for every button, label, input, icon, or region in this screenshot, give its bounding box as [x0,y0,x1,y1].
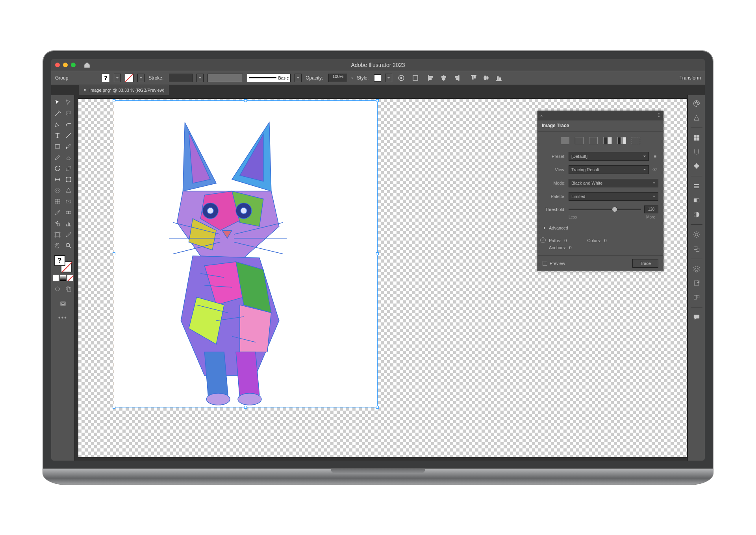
align-left-button[interactable] [426,73,436,83]
comments-panel-button[interactable] [692,313,701,322]
preset-select[interactable]: [Default] [569,152,649,161]
preset-low[interactable] [589,137,598,144]
paintbrush-tool[interactable] [63,141,74,152]
appearance-panel-button[interactable] [692,230,701,239]
align-bottom-button[interactable] [494,73,504,83]
canvas[interactable]: × ⠿ Image Trace [78,98,687,457]
magic-wand-tool[interactable] [52,108,63,119]
type-tool[interactable] [52,130,63,141]
slice-tool[interactable] [63,229,74,240]
align-right-button[interactable] [451,73,461,83]
align-to-button[interactable] [410,73,421,83]
preset-3color[interactable] [603,137,612,144]
width-tool[interactable] [52,174,63,185]
screen-mode-button[interactable] [57,298,69,309]
close-panel-button[interactable]: × [540,113,543,118]
edit-toolbar-button[interactable]: ••• [58,314,67,321]
brushes-panel-button[interactable] [692,148,701,156]
selection-tool[interactable] [52,97,63,108]
curvature-tool[interactable] [63,119,74,130]
preset-menu-button[interactable]: ≡ [652,154,658,159]
view-select[interactable]: Tracing Result [569,165,649,174]
stroke-weight-dropdown[interactable] [196,74,204,82]
drawing-mode-behind[interactable] [63,283,74,294]
hand-tool[interactable] [52,240,63,251]
preset-outline[interactable] [632,137,640,144]
panel-grip[interactable]: ⠿ [658,113,661,118]
stroke-swatch[interactable] [125,74,133,82]
minimize-window-button[interactable] [63,63,68,67]
free-transform-tool[interactable] [63,174,74,185]
color-mode-button[interactable] [53,275,59,281]
color-guide-panel-button[interactable] [692,113,701,122]
swatches-panel-button[interactable] [692,133,701,142]
advanced-toggle[interactable]: Advanced [543,224,658,232]
maximize-window-button[interactable] [71,63,76,67]
preset-auto[interactable] [561,137,569,144]
preview-checkbox[interactable]: Preview [543,261,565,266]
threshold-value[interactable]: 128 [644,205,658,213]
threshold-slider[interactable] [569,209,641,210]
preset-high[interactable] [575,137,584,144]
preset-6color[interactable] [617,137,626,144]
stroke-panel-button[interactable] [692,182,701,191]
brush-dropdown[interactable] [295,74,302,82]
blend-tool[interactable] [63,207,74,218]
stroke-weight-input[interactable] [169,74,193,82]
graphic-styles-panel-button[interactable] [692,244,701,253]
artboard[interactable] [114,100,378,407]
pen-tool[interactable] [52,119,63,130]
lasso-tool[interactable] [63,108,74,119]
graph-tool[interactable] [63,218,74,229]
align-vcenter-button[interactable] [481,73,491,83]
palette-select[interactable]: Limited [569,192,658,201]
close-tab-button[interactable]: × [83,87,86,93]
color-panel-button[interactable] [692,99,701,108]
stroke-dropdown[interactable] [137,74,145,82]
perspective-grid-tool[interactable] [63,185,74,196]
fill-stroke-control[interactable]: ? [54,255,72,272]
style-dropdown[interactable] [385,74,392,82]
gradient-panel-button[interactable] [692,196,701,205]
rectangle-tool[interactable] [52,141,63,152]
close-window-button[interactable] [55,63,60,67]
gradient-tool[interactable] [63,196,74,207]
zoom-tool[interactable] [63,240,74,251]
align-hcenter-button[interactable] [439,73,449,83]
gradient-mode-button[interactable] [60,275,66,281]
rotate-tool[interactable] [52,163,63,174]
mesh-tool[interactable] [52,196,63,207]
home-button[interactable] [82,60,92,70]
style-swatch[interactable] [374,74,381,81]
slider-thumb[interactable] [612,207,617,212]
artboards-panel-button[interactable] [692,293,701,302]
drawing-mode-normal[interactable] [52,283,63,294]
recolor-button[interactable] [396,73,406,83]
brush-preview[interactable] [249,75,276,81]
layers-panel-button[interactable] [692,265,701,273]
line-tool[interactable] [63,130,74,141]
fill-color[interactable]: ? [54,255,65,266]
view-toggle-button[interactable] [652,167,658,173]
eyedropper-tool[interactable] [52,207,63,218]
mode-select[interactable]: Black and White [569,179,658,187]
artboard-tool[interactable] [52,229,63,240]
document-tab[interactable]: × Image.png* @ 33,33 % (RGB/Preview) [79,85,169,95]
fill-dropdown[interactable] [114,74,121,82]
symbol-sprayer-tool[interactable] [52,218,63,229]
transparency-panel-button[interactable] [692,210,701,219]
direct-selection-tool[interactable] [63,97,74,108]
asset-export-panel-button[interactable] [692,279,701,287]
none-mode-button[interactable] [67,275,73,281]
eraser-tool[interactable] [63,152,74,163]
trace-button[interactable]: Trace [632,259,658,268]
symbols-panel-button[interactable] [692,162,701,170]
transform-link[interactable]: Transform [680,75,701,81]
fill-swatch[interactable]: ? [101,74,110,82]
align-top-button[interactable] [469,73,479,83]
scale-tool[interactable] [63,163,74,174]
shaper-tool[interactable] [52,152,63,163]
opacity-input[interactable]: 100% [328,74,347,82]
shape-builder-tool[interactable] [52,185,63,196]
variable-width-profile[interactable] [208,74,243,82]
